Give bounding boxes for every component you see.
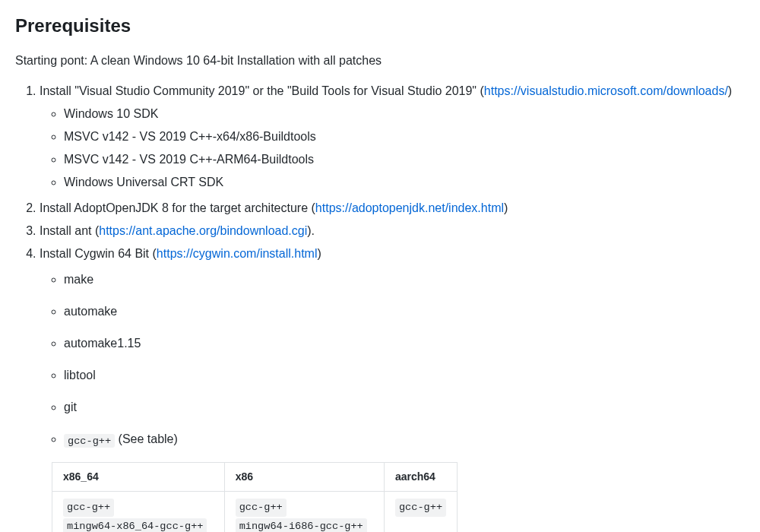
step1-sublist: Windows 10 SDK MSVC v142 - VS 2019 C++-x… bbox=[40, 105, 745, 192]
gcc-table: x86_64 x86 aarch64 gcc-g++ mingw64-x86_6… bbox=[52, 462, 458, 532]
step4-sublist: make automake automake1.15 libtool git g… bbox=[40, 271, 745, 448]
step2-tail: ) bbox=[504, 201, 508, 214]
adoptopenjdk-link[interactable]: https://adoptopenjdk.net/index.html bbox=[315, 201, 504, 214]
list-item: Windows 10 SDK bbox=[64, 105, 745, 123]
table-cell: gcc-g++ mingw64-i686-gcc-g++ mingw64-i68… bbox=[224, 492, 384, 532]
vs-download-link[interactable]: https://visualstudio.microsoft.com/downl… bbox=[484, 84, 728, 97]
list-item: Install AdoptOpenJDK 8 for the target ar… bbox=[40, 199, 745, 217]
cygwin-link[interactable]: https://cygwin.com/install.html bbox=[157, 247, 318, 260]
list-item: Windows Universal CRT SDK bbox=[64, 173, 745, 192]
list-item: git bbox=[64, 398, 745, 416]
table-header: x86 bbox=[224, 463, 384, 492]
pkg-code: mingw64-x86_64-gcc-g++ bbox=[63, 518, 207, 532]
table-cell: gcc-g++ bbox=[384, 492, 457, 532]
page-title: Prerequisites bbox=[15, 12, 745, 40]
table-cell: gcc-g++ mingw64-x86_64-gcc-g++ mingw64-x… bbox=[52, 492, 225, 532]
list-item: Install "Visual Studio Community 2019" o… bbox=[40, 82, 745, 192]
pkg-code: gcc-g++ bbox=[395, 499, 446, 516]
step4-tail: ) bbox=[317, 247, 321, 260]
table-row: gcc-g++ mingw64-x86_64-gcc-g++ mingw64-x… bbox=[52, 492, 458, 532]
pkg-code: gcc-g++ bbox=[236, 499, 287, 516]
list-item: gcc-g++ (See table) bbox=[64, 430, 745, 448]
list-item: automake1.15 bbox=[64, 334, 745, 353]
table-header: x86_64 bbox=[52, 463, 225, 492]
step1-tail: ) bbox=[728, 84, 732, 97]
intro-paragraph: Starting pont: A clean Windows 10 64-bit… bbox=[15, 52, 745, 70]
prereq-list: Install "Visual Studio Community 2019" o… bbox=[15, 82, 745, 448]
table-header: aarch64 bbox=[384, 463, 457, 492]
list-item: MSVC v142 - VS 2019 C++-ARM64-Buildtools bbox=[64, 150, 745, 169]
gcc-code: gcc-g++ bbox=[64, 434, 115, 448]
pkg-code: mingw64-i686-gcc-g++ bbox=[236, 518, 367, 532]
pkg-code: gcc-g++ bbox=[63, 499, 114, 516]
step4-text: Install Cygwin 64 Bit ( bbox=[40, 247, 157, 260]
step2-text: Install AdoptOpenJDK 8 for the target ar… bbox=[40, 201, 315, 214]
list-item: make bbox=[64, 271, 745, 289]
list-item: MSVC v142 - VS 2019 C++-x64/x86-Buildtoo… bbox=[64, 128, 745, 146]
list-item: Install ant (https://ant.apache.org/bind… bbox=[40, 222, 745, 240]
list-item: automake bbox=[64, 302, 745, 321]
step3-tail: ). bbox=[307, 224, 315, 237]
list-item: Install Cygwin 64 Bit (https://cygwin.co… bbox=[40, 245, 745, 448]
ant-link[interactable]: https://ant.apache.org/bindownload.cgi bbox=[99, 224, 307, 237]
step3-text: Install ant ( bbox=[40, 224, 99, 237]
step1-text: Install "Visual Studio Community 2019" o… bbox=[40, 84, 484, 97]
list-item: libtool bbox=[64, 366, 745, 385]
gcc-tail: (See table) bbox=[115, 432, 178, 445]
